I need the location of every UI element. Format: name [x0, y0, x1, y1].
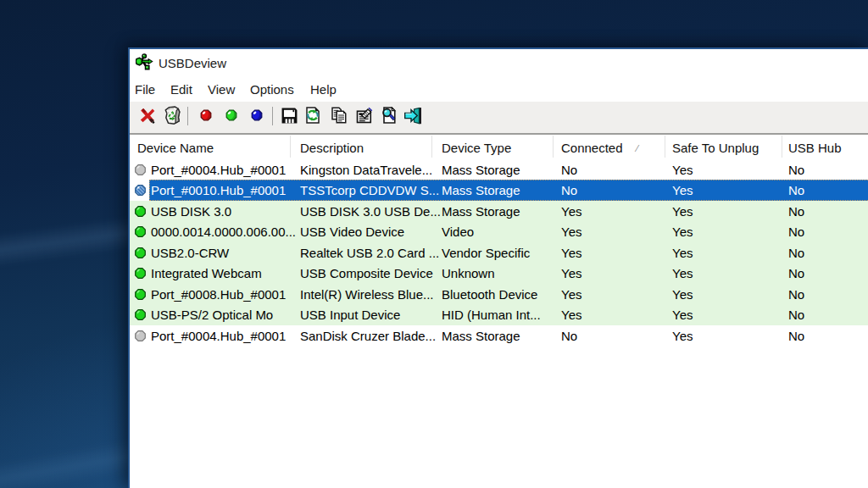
device-row[interactable]: Port_#0004.Hub_#0001Kingston DataTravele… — [130, 159, 868, 180]
device-row[interactable]: USB-PS/2 Optical MoUSB Input DeviceHID (… — [130, 304, 868, 324]
cell-safe_to_unplug: Yes — [672, 163, 693, 177]
cell-device_type: Mass Storage — [442, 183, 520, 197]
titlebar[interactable]: USBDeview — [130, 49, 868, 78]
cell-connected: Yes — [561, 266, 581, 280]
cell-usb_hub: No — [788, 204, 804, 219]
cell-device_name: USB DISK 3.0 — [151, 204, 231, 219]
menu-bar: FileEditViewOptionsHelp — [130, 78, 868, 102]
device-status-green-icon — [135, 226, 146, 237]
cell-connected: Yes — [561, 246, 581, 260]
red-x-icon — [139, 108, 155, 124]
device-status-gray-icon — [135, 164, 146, 175]
cell-connected: No — [561, 183, 577, 197]
list-header: Device NameDescriptionDevice TypeConnect… — [130, 135, 868, 159]
column-header-connected[interactable]: Connected — [561, 141, 623, 155]
cell-device_type: Mass Storage — [442, 163, 520, 177]
cell-safe_to_unplug: Yes — [672, 183, 693, 197]
green-ball-icon — [225, 108, 238, 122]
menu-edit[interactable]: Edit — [163, 82, 200, 97]
cell-connected: Yes — [561, 287, 581, 302]
column-separator[interactable] — [431, 136, 432, 158]
copy-icon — [331, 107, 348, 124]
column-separator[interactable] — [290, 136, 291, 158]
device-row[interactable]: 0000.0014.0000.006.00...USB Video Device… — [130, 221, 868, 241]
column-header-usb-hub[interactable]: USB Hub — [788, 141, 842, 155]
menu-options[interactable]: Options — [242, 82, 302, 97]
properties-icon — [356, 107, 373, 124]
cell-connected: No — [561, 329, 577, 343]
cell-description: SanDisk Cruzer Blade... — [300, 329, 436, 343]
cell-device_type: HID (Human Int... — [442, 308, 541, 322]
find-icon — [381, 107, 398, 124]
device-row[interactable]: Port_#0004.Hub_#0001SanDisk Cruzer Blade… — [130, 325, 868, 346]
cell-usb_hub: No — [788, 183, 804, 197]
cell-device_type: Unknown — [442, 266, 495, 280]
cell-device_type: Video — [442, 225, 474, 239]
cell-description: Intel(R) Wireless Blue... — [300, 287, 434, 302]
menu-view[interactable]: View — [200, 82, 242, 97]
cell-device_name: USB-PS/2 Optical Mo — [151, 308, 273, 322]
toolbar-blue-ball-button[interactable] — [246, 104, 268, 126]
column-header-description[interactable]: Description — [300, 141, 364, 155]
column-separator[interactable] — [782, 136, 782, 158]
device-status-green-icon — [135, 309, 146, 320]
cell-description: USB Input Device — [300, 308, 400, 322]
cell-safe_to_unplug: Yes — [672, 266, 693, 280]
cell-description: Realtek USB 2.0 Card ... — [300, 246, 439, 260]
sort-indicator-icon: ⁄ — [637, 143, 638, 153]
device-row[interactable]: Integrated WebcamUSB Composite DeviceUnk… — [130, 263, 868, 283]
device-row[interactable]: USB DISK 3.0USB DISK 3.0 USB De...Mass S… — [130, 201, 868, 221]
device-row[interactable]: USB2.0-CRWRealtek USB 2.0 Card ...Vendor… — [130, 242, 868, 263]
toolbar-separator — [272, 107, 273, 125]
toolbar-disconnect-device-button[interactable] — [136, 104, 158, 126]
cell-device_name: Port_#0004.Hub_#0001 — [151, 163, 286, 177]
usb-app-icon — [136, 53, 153, 71]
cell-device_type: Mass Storage — [442, 204, 520, 219]
menu-help[interactable]: Help — [303, 82, 344, 97]
device-status-selected-icon — [135, 185, 146, 196]
usbdeview-window: USBDeview FileEditViewOptionsHelp — [128, 47, 868, 488]
device-status-green-icon — [135, 268, 146, 279]
cell-device_name: Port_#0008.Hub_#0001 — [151, 287, 286, 302]
menu-file[interactable]: File — [127, 82, 163, 97]
toolbar-find-button[interactable] — [378, 104, 400, 126]
cell-connected: Yes — [561, 308, 581, 322]
cell-safe_to_unplug: Yes — [672, 204, 693, 219]
cell-safe_to_unplug: Yes — [672, 308, 693, 322]
column-header-safe-to-unplug[interactable]: Safe To Unplug — [672, 141, 759, 155]
toolbar-properties-button[interactable] — [353, 104, 376, 126]
device-status-gray-icon — [135, 330, 146, 341]
red-ball-icon — [199, 108, 213, 122]
cell-description: USB DISK 3.0 USB De... — [300, 204, 441, 219]
cell-device_type: Vendor Specific — [442, 246, 530, 260]
toolbar-red-ball-button[interactable] — [195, 104, 217, 126]
toolbar-save-button[interactable] — [279, 104, 301, 126]
toolbar — [130, 102, 868, 135]
cell-device_name: USB2.0-CRW — [151, 246, 229, 260]
toolbar-refresh-button[interactable] — [302, 104, 324, 126]
device-status-green-icon — [135, 206, 146, 217]
column-header-device-type[interactable]: Device Type — [442, 141, 511, 155]
cell-connected: Yes — [561, 225, 581, 239]
toolbar-green-ball-button[interactable] — [220, 104, 242, 126]
recycle-bin-icon — [163, 106, 181, 125]
refresh-icon — [304, 107, 321, 124]
device-status-green-icon — [135, 289, 146, 300]
device-row[interactable]: Port_#0010.Hub_#0001TSSTcorp CDDVDW S...… — [130, 180, 868, 200]
cell-safe_to_unplug: Yes — [672, 287, 693, 302]
column-separator[interactable] — [665, 136, 665, 158]
toolbar-uninstall-device-button[interactable] — [161, 104, 183, 126]
cell-description: USB Composite Device — [300, 266, 433, 280]
cell-description: USB Video Device — [300, 225, 404, 239]
exit-door-icon — [404, 107, 422, 125]
column-separator[interactable] — [553, 136, 554, 158]
column-header-device-name[interactable]: Device Name — [137, 141, 214, 155]
toolbar-copy-button[interactable] — [328, 104, 350, 126]
toolbar-exit-button[interactable] — [402, 104, 424, 126]
cell-device_name: Port_#0010.Hub_#0001 — [151, 183, 286, 197]
device-row[interactable]: Port_#0008.Hub_#0001Intel(R) Wireless Bl… — [130, 284, 868, 304]
cell-connected: No — [561, 163, 577, 177]
cell-usb_hub: No — [788, 246, 804, 260]
cell-usb_hub: No — [788, 163, 804, 177]
blue-ball-icon — [250, 108, 264, 122]
